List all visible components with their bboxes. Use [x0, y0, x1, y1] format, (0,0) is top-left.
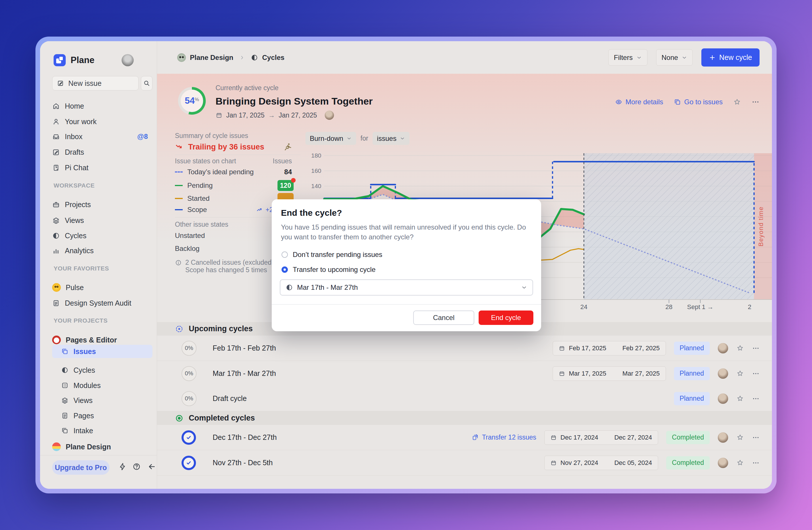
search-button[interactable]	[141, 76, 153, 90]
bar-chart-icon	[52, 247, 60, 255]
favorite-star-icon[interactable]	[733, 98, 741, 106]
grouping-dropdown[interactable]: None	[656, 49, 693, 66]
sidebar-item-intake[interactable]: Intake	[52, 423, 153, 438]
breadcrumb-project[interactable]: Plane Design	[190, 54, 233, 62]
favorite-star-icon[interactable]	[736, 395, 744, 402]
active-cycle-title[interactable]: Bringing Design System Together	[216, 95, 373, 107]
more-options-icon[interactable]	[752, 434, 759, 441]
more-options-icon[interactable]	[752, 344, 759, 352]
sidebar-item-modules[interactable]: Modules	[52, 378, 153, 393]
favorite-star-icon[interactable]	[736, 459, 744, 467]
upgrade-to-pro-button[interactable]: Upgrade to Pro	[52, 460, 110, 475]
cycle-progress-badge: 0%	[182, 366, 197, 381]
alien-emoji-icon	[177, 53, 186, 62]
trailing-label: Trailing by 36 issues	[188, 143, 264, 151]
chevron-down-icon	[636, 55, 642, 60]
lightning-icon[interactable]	[118, 462, 127, 471]
cancel-button[interactable]: Cancel	[413, 310, 474, 325]
more-options-icon[interactable]	[752, 98, 759, 106]
target-cycle-value: Mar 17th - Mar 27th	[297, 283, 358, 292]
cycle-row-draft[interactable]: 0% Draft cycle Planned	[157, 386, 772, 411]
new-cycle-button[interactable]: New cycle	[701, 48, 759, 67]
help-icon[interactable]	[132, 462, 141, 471]
sidebar-item-label: Views	[65, 216, 84, 225]
date-range-picker[interactable]: Dec 17, 2024 Dec 27, 2024	[544, 430, 658, 445]
row-start-date: Mar 17, 2025	[569, 370, 606, 377]
transfer-issues-button[interactable]: Transfer 12 issues	[472, 433, 536, 441]
chevron-down-icon	[681, 55, 687, 60]
desktop-window-frame: Plane New issue Home Your work Inbox @8 …	[35, 36, 777, 494]
assignee-avatar[interactable]	[718, 394, 728, 404]
sidebar-item-label: Design System Audit	[65, 299, 131, 307]
user-avatar[interactable]	[121, 54, 134, 66]
svg-text:2: 2	[748, 303, 751, 310]
date-range-picker[interactable]: Nov 27, 2024 Dec 05, 2024	[544, 456, 658, 470]
option-transfer[interactable]: Transfer to upcoming cycle	[281, 265, 375, 274]
date-arrow: →	[268, 112, 275, 119]
sidebar-item-project-cycles[interactable]: Cycles	[52, 362, 153, 378]
briefcase-icon	[52, 201, 60, 208]
calendar-icon	[559, 370, 565, 377]
collapse-sidebar-icon[interactable]	[147, 462, 156, 471]
assignee-avatar[interactable]	[718, 343, 728, 353]
active-cycle-hero: 54% Currently active cycle Bringing Desi…	[157, 74, 772, 129]
completed-cycles-header[interactable]: Completed cycles	[157, 411, 772, 425]
option-dont-transfer[interactable]: Don’t transfer pending issues	[281, 250, 382, 259]
cycle-row-mar[interactable]: 0% Mar 17th - Mar 27th Mar 17, 2025 Mar …	[157, 361, 772, 386]
trend-up-icon	[256, 206, 263, 213]
more-options-icon[interactable]	[752, 395, 759, 402]
filters-dropdown[interactable]: Filters	[608, 49, 647, 66]
date-range-picker[interactable]: Feb 17, 2025 Feb 27, 2025	[553, 341, 666, 355]
assignee-avatar[interactable]	[718, 458, 728, 468]
sidebar-item-cycles[interactable]: Cycles	[52, 228, 153, 244]
svg-text:24: 24	[580, 303, 587, 310]
svg-text:28: 28	[665, 303, 672, 310]
sidebar-item-analytics[interactable]: Analytics	[52, 243, 153, 259]
sidebar-item-inbox[interactable]: Inbox @8	[52, 129, 153, 144]
layers-icon	[52, 217, 60, 224]
started-line-key-icon	[175, 198, 183, 199]
sidebar-item-pi-chat[interactable]: Pi Chat	[52, 160, 153, 175]
ideal-line-key-icon	[175, 172, 183, 173]
cycle-lead-avatar[interactable]	[325, 111, 334, 120]
new-issue-button[interactable]: New issue	[52, 76, 139, 90]
sidebar-item-pulse[interactable]: Pulse	[52, 280, 153, 295]
cycle-row-feb[interactable]: 0% Feb 17th - Feb 27th Feb 17, 2025 Feb …	[157, 336, 772, 361]
favorite-star-icon[interactable]	[736, 344, 744, 352]
breadcrumb-page[interactable]: Cycles	[262, 54, 285, 62]
sidebar-item-drafts[interactable]: Drafts	[52, 144, 153, 160]
cycle-row-dec[interactable]: Dec 17th - Dec 27th Transfer 12 issues D…	[157, 425, 772, 450]
sidebar-item-label: Cycles	[65, 232, 86, 240]
svg-text:140: 140	[311, 182, 321, 189]
filters-label: Filters	[614, 54, 633, 62]
assignee-avatar[interactable]	[718, 368, 728, 379]
intake-icon	[61, 427, 69, 435]
chart-type-dropdown[interactable]: Burn-down	[305, 132, 356, 145]
workspace-name[interactable]: Plane	[71, 55, 95, 65]
sidebar-item-your-work[interactable]: Your work	[52, 114, 153, 129]
sidebar-item-pages[interactable]: Pages	[52, 408, 153, 424]
end-cycle-button[interactable]: End cycle	[479, 310, 533, 325]
sidebar-item-issues[interactable]: Issues	[52, 345, 153, 358]
radio-unselected-icon[interactable]	[281, 251, 288, 258]
sidebar-header: Plane	[54, 54, 145, 67]
chart-entity-dropdown[interactable]: issues	[373, 132, 409, 145]
date-range-picker[interactable]: Mar 17, 2025 Mar 27, 2025	[553, 366, 666, 381]
radio-selected-icon[interactable]	[281, 266, 288, 273]
sidebar-item-design-system-audit[interactable]: Design System Audit	[52, 295, 153, 311]
more-options-icon[interactable]	[752, 459, 759, 467]
sidebar-project-plane-design[interactable]: Plane Design	[52, 439, 153, 455]
sidebar-item-views[interactable]: Views	[52, 212, 153, 228]
shushing-face-emoji-icon	[52, 283, 61, 292]
favorite-star-icon[interactable]	[736, 433, 744, 441]
favorite-star-icon[interactable]	[736, 370, 744, 377]
target-cycle-select[interactable]: Mar 17th - Mar 27th	[280, 279, 533, 296]
sidebar-item-home[interactable]: Home	[52, 98, 153, 114]
sidebar-item-projects[interactable]: Projects	[52, 197, 153, 212]
more-details-button[interactable]: More details	[615, 98, 663, 106]
sidebar-item-project-views[interactable]: Views	[52, 393, 153, 408]
assignee-avatar[interactable]	[718, 432, 728, 443]
more-options-icon[interactable]	[752, 370, 759, 377]
cycle-row-nov[interactable]: Nov 27th - Dec 5th Nov 27, 2024 Dec 05, …	[157, 450, 772, 475]
go-to-issues-button[interactable]: Go to issues	[674, 98, 723, 106]
